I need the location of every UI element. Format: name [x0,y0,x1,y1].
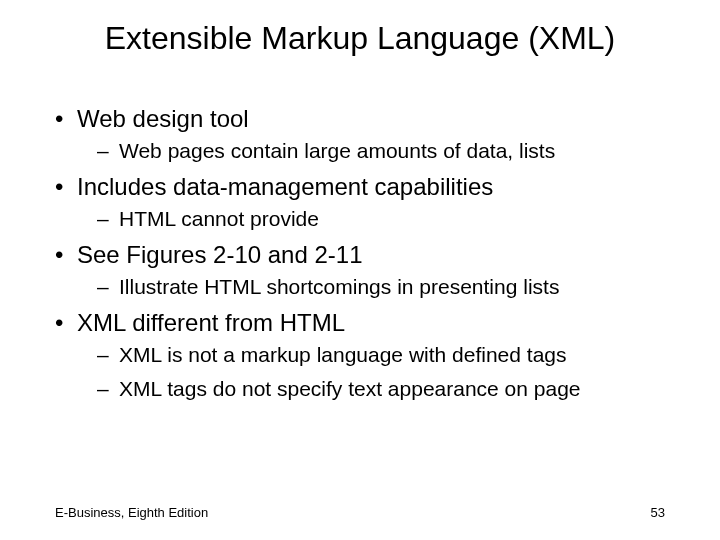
slide: Extensible Markup Language (XML) Web des… [0,0,720,540]
bullet-level-2: Illustrate HTML shortcomings in presenti… [55,275,680,299]
page-number: 53 [651,505,665,520]
bullet-level-2: XML tags do not specify text appearance … [55,377,680,401]
bullet-level-1: Web design tool [55,105,680,133]
slide-title: Extensible Markup Language (XML) [0,20,720,57]
bullet-level-2: XML is not a markup language with define… [55,343,680,367]
footer-left: E-Business, Eighth Edition [55,505,208,520]
bullet-level-1: Includes data-management capabilities [55,173,680,201]
bullet-level-2: HTML cannot provide [55,207,680,231]
slide-body: Web design tool Web pages contain large … [55,105,680,411]
bullet-level-2: Web pages contain large amounts of data,… [55,139,680,163]
bullet-level-1: See Figures 2-10 and 2-11 [55,241,680,269]
bullet-level-1: XML different from HTML [55,309,680,337]
